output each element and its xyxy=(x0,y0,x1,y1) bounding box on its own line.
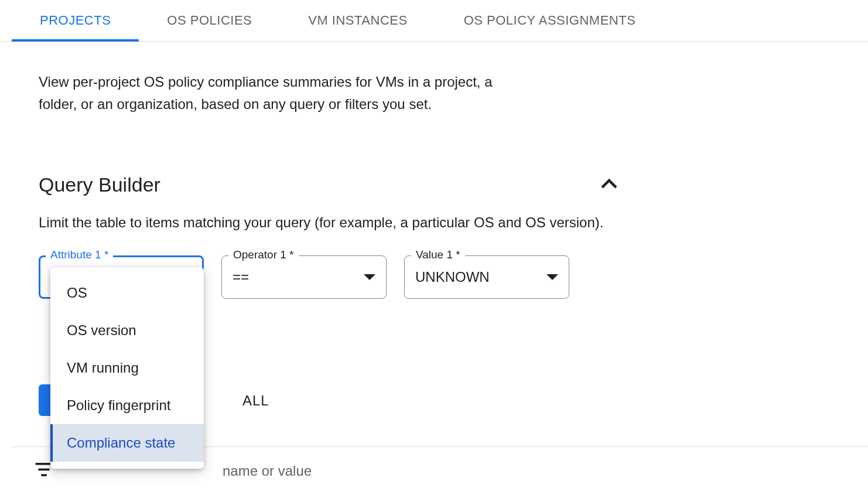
dropdown-option-vm-running[interactable]: VM running xyxy=(50,349,204,387)
attribute-field-wrapper: Attribute 1 * OS OS version VM running P… xyxy=(39,255,204,299)
attribute-dropdown: OS OS version VM running Policy fingerpr… xyxy=(50,267,204,469)
query-builder-header: Query Builder xyxy=(39,169,624,202)
attribute-label: Attribute 1 * xyxy=(46,248,113,261)
dropdown-option-compliance-state[interactable]: Compliance state xyxy=(50,424,204,462)
value-select[interactable]: UNKNOWN xyxy=(404,255,569,299)
query-builder-description: Limit the table to items matching your q… xyxy=(39,214,829,231)
tab-projects[interactable]: PROJECTS xyxy=(12,0,139,41)
tab-vm-instances[interactable]: VM INSTANCES xyxy=(280,0,435,41)
query-row: Attribute 1 * OS OS version VM running P… xyxy=(39,255,829,299)
dropdown-option-os-version[interactable]: OS version xyxy=(50,312,204,349)
chevron-up-icon xyxy=(599,173,620,195)
button-suffix-text: ALL xyxy=(242,393,269,409)
svg-rect-2 xyxy=(41,474,47,476)
svg-rect-1 xyxy=(38,469,49,471)
value-label: Value 1 * xyxy=(411,248,465,261)
tab-os-policy-assignments[interactable]: OS POLICY ASSIGNMENTS xyxy=(436,0,664,41)
tab-os-policies[interactable]: OS POLICIES xyxy=(139,0,280,41)
collapse-toggle[interactable] xyxy=(594,169,624,202)
value-value: UNKNOWN xyxy=(415,269,490,285)
operator-value: == xyxy=(233,269,249,285)
operator-select[interactable]: == xyxy=(221,255,387,299)
dropdown-option-policy-fingerprint[interactable]: Policy fingerprint xyxy=(50,387,204,424)
tab-bar: PROJECTS OS POLICIES VM INSTANCES OS POL… xyxy=(0,0,868,42)
filter-placeholder: name or value xyxy=(223,463,312,479)
dropdown-arrow-icon xyxy=(546,274,558,280)
dropdown-option-os[interactable]: OS xyxy=(50,274,204,312)
dropdown-arrow-icon xyxy=(364,274,375,280)
value-field-wrapper: Value 1 * UNKNOWN xyxy=(404,255,569,299)
operator-field-wrapper: Operator 1 * == xyxy=(221,255,387,299)
operator-label: Operator 1 * xyxy=(228,248,299,261)
page-description: View per-project OS policy compliance su… xyxy=(39,71,531,116)
query-builder-title: Query Builder xyxy=(39,173,160,196)
main-content: View per-project OS policy compliance su… xyxy=(0,42,868,299)
